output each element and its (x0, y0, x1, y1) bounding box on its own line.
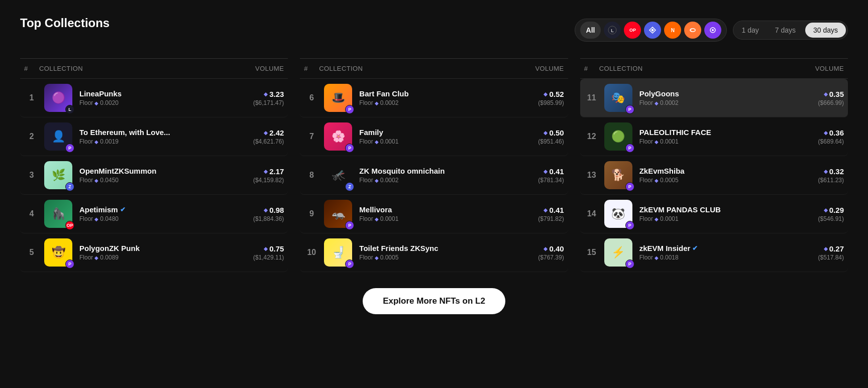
time-filter-1d[interactable]: 1 day (733, 23, 767, 38)
floor-eth-icon: ◆ (655, 139, 659, 145)
chain-badge: P (345, 144, 354, 153)
nft-thumbnail: 🌸 P (324, 122, 352, 151)
floor-info: Floor ◆ 0.0089 (79, 254, 248, 261)
volume-eth-icon: ◆ (824, 130, 828, 136)
nft-thumbnail: 🟢 P (604, 122, 632, 151)
collection-row[interactable]: 2 👤 P To Ethereum, with Love... Floor ◆ … (20, 117, 288, 156)
floor-info: Floor ◆ 0.0002 (359, 99, 533, 106)
volume-usd: ($6,171.47) (253, 99, 284, 106)
floor-eth-icon: ◆ (655, 178, 659, 183)
chain-badge: P (345, 105, 354, 114)
collection-row[interactable]: 12 🟢 P PALEOLITHIC FACE Floor ◆ 0.0001 ◆… (580, 117, 848, 156)
collection-info: ZK Mosquito omnichain Floor ◆ 0.0002 (359, 167, 533, 184)
explore-more-button[interactable]: Explore More NFTs on L2 (363, 288, 505, 314)
collection-row[interactable]: 13 🐕 P ZkEvmShiba Floor ◆ 0.0005 ◆ 0.32 … (580, 156, 848, 195)
collection-name: OpenMintZKSummon (79, 167, 248, 175)
collection-name: zkEVM Insider✔ (639, 244, 813, 252)
header-collection: Collection (39, 65, 255, 72)
collection-row[interactable]: 7 🌸 P Family Floor ◆ 0.0001 ◆ 0.50 ($951… (300, 117, 568, 156)
volume-usd: ($4,621.76) (253, 138, 284, 145)
chain-badge: Z (65, 182, 74, 191)
svg-marker-3 (651, 29, 654, 32)
time-filters: 1 day 7 days 30 days (733, 21, 848, 40)
nft-thumbnail: ⚡ P (604, 238, 632, 267)
chain-badge: P (65, 144, 74, 153)
floor-info: Floor ◆ 0.0001 (639, 138, 813, 145)
collection-row[interactable]: 3 🌿 Z OpenMintZKSummon Floor ◆ 0.0450 ◆ … (20, 156, 288, 195)
explore-btn-wrap: Explore More NFTs on L2 (20, 288, 848, 314)
chain-badge: P (625, 105, 634, 114)
rank-number: 5 (24, 248, 39, 257)
floor-info: Floor ◆ 0.0020 (79, 99, 248, 106)
collection-row[interactable]: 11 🎭 P PolyGoons Floor ◆ 0.0002 ◆ 0.35 (… (580, 79, 848, 117)
svg-point-5 (712, 29, 714, 31)
rank-number: 6 (304, 93, 319, 102)
collection-info: zkEVM Insider✔ Floor ◆ 0.0018 (639, 244, 813, 261)
chain-filter-op[interactable]: OP (624, 22, 641, 39)
verified-icon: ✔ (692, 244, 698, 252)
rank-number: 12 (584, 132, 599, 141)
floor-eth-icon: ◆ (375, 139, 379, 145)
rank-number: 2 (24, 132, 39, 141)
volume-info: ◆ 0.75 ($1,429.11) (253, 244, 284, 261)
volume-usd: ($517.84) (818, 254, 844, 261)
volume-eth: ◆ 0.41 (538, 206, 564, 214)
collection-name: LineaPunks (79, 89, 248, 98)
time-filter-30d[interactable]: 30 days (805, 23, 846, 38)
collection-row[interactable]: 1 🟣 L LineaPunks Floor ◆ 0.0020 ◆ 3.23 (… (20, 79, 288, 117)
volume-info: ◆ 0.32 ($611.23) (818, 167, 844, 184)
chain-badge: OP (65, 221, 74, 230)
nft-thumbnail: 🌿 Z (44, 161, 72, 189)
collection-row[interactable]: 6 🎩 P Bart Fan Club Floor ◆ 0.0002 ◆ 0.5… (300, 79, 568, 117)
nft-thumbnail: 🟣 L (44, 84, 72, 112)
volume-info: ◆ 2.17 ($4,159.82) (253, 167, 284, 184)
nft-thumbnail: 🚽 P (324, 238, 352, 267)
volume-info: ◆ 0.40 ($767.39) (538, 244, 564, 261)
floor-eth-icon: ◆ (655, 255, 659, 261)
chain-filter-scroll[interactable] (684, 22, 701, 39)
nft-thumbnail: 🎩 P (324, 84, 352, 112)
collection-name: Apetimism✔ (79, 205, 248, 214)
floor-info: Floor ◆ 0.0480 (79, 215, 248, 222)
rank-number: 7 (304, 132, 319, 141)
time-filter-7d[interactable]: 7 days (767, 23, 804, 38)
collection-row[interactable]: 4 🦍 OP Apetimism✔ Floor ◆ 0.0480 ◆ 0.98 … (20, 195, 288, 233)
volume-eth: ◆ 0.98 (253, 206, 284, 214)
collection-info: PALEOLITHIC FACE Floor ◆ 0.0001 (639, 128, 813, 145)
chain-badge: Z (345, 182, 354, 191)
chain-filter-neon[interactable]: N (664, 22, 681, 39)
collection-row[interactable]: 5 🤠 P PolygonZK Punk Floor ◆ 0.0089 ◆ 0.… (20, 233, 288, 272)
collection-row[interactable]: 10 🚽 P Toilet Friends ZKSync Floor ◆ 0.0… (300, 233, 568, 272)
volume-eth: ◆ 0.29 (818, 206, 844, 214)
rank-number: 1 (24, 93, 39, 102)
collection-row[interactable]: 14 🐼 P ZkEVM PANDAS CLUB Floor ◆ 0.0001 … (580, 195, 848, 233)
floor-info: Floor ◆ 0.0002 (639, 99, 813, 106)
panel-header-1: # Collection Volume (20, 59, 288, 79)
volume-eth: ◆ 0.52 (538, 90, 564, 98)
floor-eth-icon: ◆ (655, 216, 659, 222)
nft-thumbnail: 🦟 Z (324, 161, 352, 189)
chain-filter-purple[interactable] (704, 22, 721, 39)
volume-usd: ($611.23) (818, 177, 844, 184)
collection-info: To Ethereum, with Love... Floor ◆ 0.0019 (79, 128, 248, 145)
collection-row[interactable]: 8 🦟 Z ZK Mosquito omnichain Floor ◆ 0.00… (300, 156, 568, 195)
volume-info: ◆ 0.52 ($985.99) (538, 90, 564, 106)
floor-eth-icon: ◆ (375, 100, 379, 106)
collections-grid: # Collection Volume 1 🟣 L LineaPunks Flo… (20, 58, 848, 272)
chain-filter-linea[interactable]: L (604, 22, 621, 39)
rank-number: 4 (24, 209, 39, 218)
collection-name: PolyGoons (639, 89, 813, 98)
chain-badge: P (625, 144, 634, 153)
header-volume: Volume (535, 65, 564, 72)
chain-filter-all[interactable]: All (580, 22, 601, 39)
page-title: Top Collections (20, 16, 110, 30)
volume-info: ◆ 0.41 ($791.82) (538, 206, 564, 222)
rank-number: 14 (584, 209, 599, 218)
collection-info: Apetimism✔ Floor ◆ 0.0480 (79, 205, 248, 222)
chain-filter-zksync[interactable] (644, 22, 661, 39)
panel-header-3: # Collection Volume (580, 59, 848, 79)
floor-info: Floor ◆ 0.0001 (359, 215, 533, 222)
floor-eth-icon: ◆ (375, 216, 379, 222)
collection-row[interactable]: 15 ⚡ P zkEVM Insider✔ Floor ◆ 0.0018 ◆ 0… (580, 233, 848, 272)
collection-row[interactable]: 9 🦡 P Mellivora Floor ◆ 0.0001 ◆ 0.41 ($… (300, 195, 568, 233)
